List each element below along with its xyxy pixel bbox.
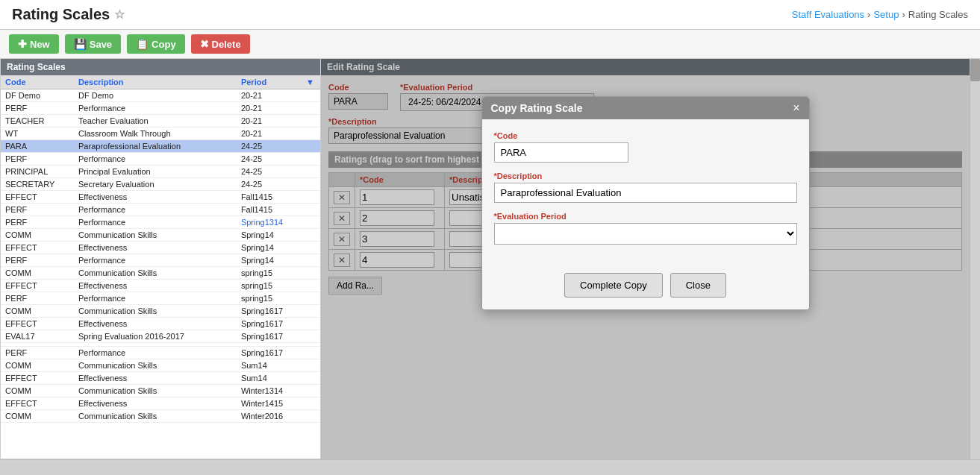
modal-title: Copy Rating Scale [491, 102, 583, 114]
list-item[interactable]: PERFPerformance20-21 [1, 102, 320, 115]
list-period: Spring1617 [237, 347, 302, 359]
breadcrumb: Staff Evaluations › Setup › Rating Scale… [792, 9, 968, 20]
list-item[interactable]: PERFPerformanceFall1415 [1, 204, 320, 216]
modal-code-label: *Code [494, 131, 797, 140]
list-description: Paraprofessional Evaluation [74, 140, 237, 153]
list-period: Fall1415 [237, 191, 302, 204]
list-description: Communication Skills [74, 359, 237, 372]
list-table: Code Description Period ▼ DF DemoDF Demo… [1, 75, 320, 423]
list-period: 20-21 [237, 128, 302, 140]
copy-icon: 📋 [136, 38, 149, 50]
list-description: Performance [74, 216, 237, 229]
scrollbar-thumb[interactable] [970, 59, 980, 81]
list-code: PRINCIPAL [1, 166, 74, 178]
save-button[interactable]: 💾 Save [65, 34, 121, 54]
list-item[interactable]: TEACHERTeacher Evaluation20-21 [1, 115, 320, 128]
list-item[interactable]: PERFPerformancespring15 [1, 292, 320, 305]
list-code: COMM [1, 359, 74, 372]
list-item[interactable]: COMMCommunication SkillsWinter2016 [1, 410, 320, 423]
modal-overlay: Copy Rating Scale × *Code *Description *… [321, 59, 970, 459]
list-code: PERF [1, 347, 74, 359]
modal-header: Copy Rating Scale × [482, 97, 809, 119]
list-code: PERF [1, 292, 74, 305]
list-item[interactable]: EFFECTEffectivenessWinter1415 [1, 397, 320, 410]
delete-icon: ✖ [200, 38, 209, 50]
new-button[interactable]: ✚ New [9, 34, 59, 54]
list-item[interactable]: EFFECTEffectivenessSpring1617 [1, 318, 320, 330]
list-item[interactable]: COMMCommunication Skillsspring15 [1, 267, 320, 280]
list-code: PERF [1, 102, 74, 115]
favorite-icon[interactable]: ☆ [114, 7, 125, 22]
list-item[interactable]: DF DemoDF Demo20-21 [1, 89, 320, 102]
bottom-scrollbar[interactable] [0, 459, 980, 470]
list-item[interactable]: PERFPerformanceSpring1314 [1, 216, 320, 229]
col-header-period[interactable]: Period [237, 75, 302, 89]
list-period: Spring14 [237, 242, 302, 254]
modal-close-btn[interactable]: Close [670, 273, 726, 298]
list-description: Secretary Evaluation [74, 178, 237, 191]
list-code: SECRETARY [1, 178, 74, 191]
list-description: Communication Skills [74, 229, 237, 242]
list-item[interactable]: PERFPerformance24-25 [1, 153, 320, 166]
complete-copy-button[interactable]: Complete Copy [564, 273, 663, 298]
list-period: Winter2016 [237, 410, 302, 423]
list-period: Winter1314 [237, 385, 302, 397]
list-description: Effectiveness [74, 372, 237, 385]
list-code: WT [1, 128, 74, 140]
delete-button[interactable]: ✖ Delete [191, 34, 250, 54]
modal-eval-period-select[interactable] [494, 223, 797, 245]
list-item[interactable]: COMMCommunication SkillsSpring14 [1, 229, 320, 242]
list-period: 20-21 [237, 89, 302, 102]
breadcrumb-sep-1: › [867, 9, 870, 20]
list-period: spring15 [237, 267, 302, 280]
list-description: Communication Skills [74, 385, 237, 397]
modal-code-input[interactable] [494, 142, 628, 163]
modal-footer: Complete Copy Close [482, 265, 809, 309]
page-title: Rating Scales [12, 6, 110, 23]
list-code: PERF [1, 153, 74, 166]
copy-rating-scale-modal: Copy Rating Scale × *Code *Description *… [481, 96, 810, 310]
list-item[interactable]: WTClassroom Walk Through20-21 [1, 128, 320, 140]
toolbar: ✚ New 💾 Save 📋 Copy ✖ Delete [0, 30, 980, 59]
list-description: DF Demo [74, 89, 237, 102]
list-description: Effectiveness [74, 242, 237, 254]
list-description: Classroom Walk Through [74, 128, 237, 140]
list-code: COMM [1, 410, 74, 423]
list-code: EFFECT [1, 191, 74, 204]
list-description: Spring Evaluation 2016-2017 [74, 330, 237, 343]
list-item[interactable]: EFFECTEffectivenessFall1415 [1, 191, 320, 204]
list-item[interactable]: COMMCommunication SkillsSum14 [1, 359, 320, 372]
list-code: EFFECT [1, 318, 74, 330]
list-item[interactable]: PERFPerformanceSpring14 [1, 254, 320, 267]
list-code: PERF [1, 216, 74, 229]
list-code: TEACHER [1, 115, 74, 128]
main-content: Rating Scales Code Description Period ▼ … [0, 59, 980, 459]
new-label: New [30, 39, 50, 50]
list-code: COMM [1, 305, 74, 318]
breadcrumb-staff-eval[interactable]: Staff Evaluations [792, 9, 864, 20]
list-item[interactable]: EVAL17Spring Evaluation 2016-2017Spring1… [1, 330, 320, 343]
list-code: PERF [1, 204, 74, 216]
list-item[interactable]: COMMCommunication SkillsWinter1314 [1, 385, 320, 397]
breadcrumb-current: Rating Scales [908, 9, 968, 20]
modal-code-field: *Code [494, 131, 797, 163]
col-header-desc[interactable]: Description [74, 75, 237, 89]
list-item[interactable]: PERFPerformanceSpring1617 [1, 347, 320, 359]
list-item[interactable]: COMMCommunication SkillsSpring1617 [1, 305, 320, 318]
list-period: 24-25 [237, 166, 302, 178]
list-item[interactable]: EFFECTEffectivenessspring15 [1, 280, 320, 292]
modal-close-button[interactable]: × [793, 102, 799, 114]
breadcrumb-setup[interactable]: Setup [873, 9, 899, 20]
list-item[interactable]: EFFECTEffectivenessSum14 [1, 372, 320, 385]
list-description: Communication Skills [74, 410, 237, 423]
list-item[interactable]: EFFECTEffectivenessSpring14 [1, 242, 320, 254]
modal-eval-period-field: *Evaluation Period [494, 212, 797, 245]
scrollbar-track[interactable] [970, 59, 980, 459]
list-item[interactable]: PRINCIPALPrincipal Evaluation24-25 [1, 166, 320, 178]
copy-button[interactable]: 📋 Copy [127, 34, 185, 54]
list-description: Effectiveness [74, 318, 237, 330]
col-header-code[interactable]: Code [1, 75, 74, 89]
modal-description-input[interactable] [494, 183, 797, 203]
list-item[interactable]: SECRETARYSecretary Evaluation24-25 [1, 178, 320, 191]
list-item[interactable]: PARAParaprofessional Evaluation24-25 [1, 140, 320, 153]
